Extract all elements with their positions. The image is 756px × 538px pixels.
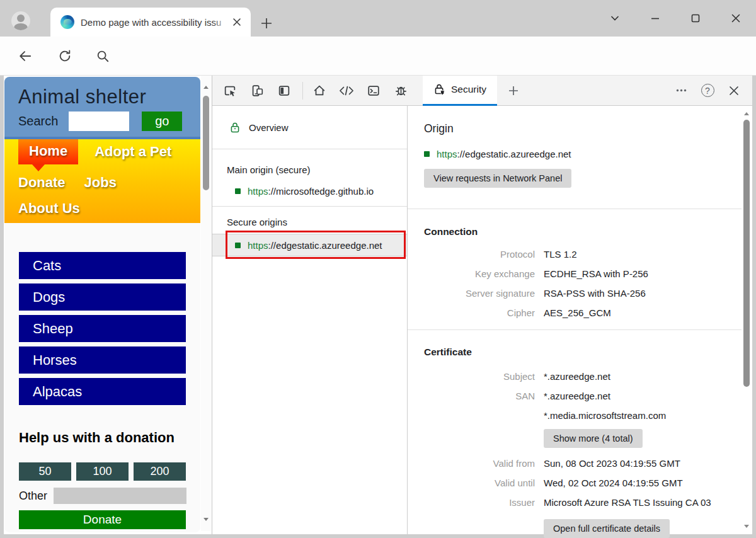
- sidebar-item-secure-origin-selected[interactable]: https://edgestatic.azureedge.net: [212, 234, 407, 256]
- row-label: Key exchange: [424, 264, 535, 283]
- scroll-down-icon[interactable]: [203, 516, 209, 522]
- device-emulation-icon[interactable]: [249, 83, 265, 98]
- site-header: Animal shelter Search go: [4, 77, 200, 139]
- browser-toolbar: microsoftedge.github.io/Demos/devtools-a…: [0, 37, 756, 76]
- edge-favicon-icon: [60, 15, 74, 29]
- sidebar-item-overview[interactable]: Overview: [212, 106, 407, 149]
- nav-link-jobs[interactable]: Jobs: [84, 175, 117, 191]
- search-label: Search: [18, 114, 58, 129]
- secure-bullet-icon: [235, 243, 241, 248]
- security-tab-label: Security: [451, 84, 486, 95]
- sidebar-item-main-origin[interactable]: https://microsoftedge.github.io: [212, 175, 407, 207]
- browser-tab[interactable]: Demo page with accessibility issu: [50, 8, 251, 37]
- open-certificate-details-button[interactable]: Open full certificate details: [544, 519, 670, 538]
- back-button[interactable]: [15, 46, 35, 66]
- row-value: ECDHE_RSA with P-256: [544, 264, 742, 283]
- row-label: Protocol: [424, 244, 535, 264]
- row-label: Subject: [424, 367, 535, 386]
- category-button-cats[interactable]: Cats: [19, 252, 186, 279]
- other-amount-label: Other: [19, 489, 47, 503]
- secure-origins-heading: Secure origins: [212, 207, 407, 227]
- view-requests-button[interactable]: View requests in Network Panel: [424, 169, 571, 188]
- nav-link-home[interactable]: Home: [18, 139, 78, 164]
- row-label: SAN: [424, 386, 535, 406]
- secure-lock-icon: [229, 122, 241, 134]
- window-controls: [595, 0, 756, 37]
- certificate-section-heading: Certificate: [424, 346, 742, 358]
- security-sidebar: Overview Main origin (secure) https://mi…: [212, 106, 408, 534]
- site-title: Animal shelter: [18, 86, 200, 108]
- devtools-help-icon[interactable]: ?: [697, 81, 718, 100]
- tab-close-icon[interactable]: [229, 14, 244, 30]
- toolbar-divider: [302, 82, 303, 100]
- overview-label: Overview: [249, 122, 289, 133]
- refresh-button[interactable]: [55, 46, 75, 66]
- row-value: RSA-PSS with SHA-256: [544, 283, 742, 303]
- main-origin-url: https://microsoftedge.github.io: [248, 186, 374, 197]
- devtools-scrollbar[interactable]: [742, 106, 752, 534]
- category-button-dogs[interactable]: Dogs: [19, 283, 186, 311]
- minimize-button[interactable]: [635, 4, 675, 32]
- other-amount-input[interactable]: [54, 488, 186, 504]
- row-label: Cipher: [424, 303, 535, 323]
- row-label: Issuer: [424, 493, 535, 512]
- nav-link-about-us[interactable]: About Us: [18, 200, 80, 217]
- site-search-input[interactable]: [69, 112, 129, 131]
- security-origin-view: Origin https://edgestatic.azureedge.net …: [408, 106, 752, 534]
- page-scrollbar[interactable]: [201, 76, 211, 531]
- devtools-more-options-icon[interactable]: [670, 81, 692, 100]
- page-viewport: Animal shelter Search go Home Adopt a Pe…: [4, 76, 212, 534]
- category-button-alpacas[interactable]: Alpacas: [19, 378, 186, 405]
- nav-link-adopt-a-pet[interactable]: Adopt a Pet: [94, 144, 171, 160]
- donation-amount-200-button[interactable]: 200: [134, 462, 186, 481]
- row-value: Sun, 08 Oct 2023 04:19:55 GMT: [544, 454, 742, 473]
- row-value: TLS 1.2: [544, 244, 742, 264]
- search-go-button[interactable]: go: [142, 112, 182, 131]
- secure-bullet-icon: [235, 188, 241, 194]
- row-label: Server signature: [424, 283, 535, 303]
- maximize-button[interactable]: [675, 4, 716, 32]
- nav-link-donate[interactable]: Donate: [18, 175, 66, 191]
- elements-tab-icon[interactable]: [339, 83, 354, 98]
- donation-amount-100-button[interactable]: 100: [76, 462, 129, 481]
- origin-section-heading: Origin: [424, 122, 742, 135]
- show-more-san-button[interactable]: Show more (4 total): [544, 429, 643, 448]
- main-origin-heading: Main origin (secure): [212, 149, 407, 175]
- console-tab-icon[interactable]: [366, 83, 381, 98]
- scroll-up-icon[interactable]: [203, 84, 209, 91]
- profile-avatar[interactable]: [8, 10, 34, 31]
- devtools-panel: Security ? Overview Main origin (secure): [212, 76, 752, 534]
- category-button-sheep[interactable]: Sheep: [19, 315, 186, 342]
- tab-actions-chevron-icon[interactable]: [595, 4, 635, 32]
- search-button[interactable]: [93, 46, 113, 66]
- donation-amount-50-button[interactable]: 50: [19, 462, 71, 481]
- security-lock-shield-icon: [433, 83, 445, 96]
- devtools-scrollbar-thumb[interactable]: [743, 120, 750, 387]
- row-label: Valid from: [424, 454, 535, 473]
- user-avatar-icon: [11, 11, 30, 30]
- debugger-bug-icon[interactable]: [393, 83, 408, 98]
- inspect-element-icon[interactable]: [222, 83, 238, 98]
- row-value: AES_256_GCM: [544, 303, 742, 323]
- secure-bullet-icon: [424, 151, 430, 157]
- browser-titlebar: Demo page with accessibility issu: [0, 0, 756, 37]
- scroll-up-icon[interactable]: [743, 111, 750, 117]
- page-scrollbar-thumb[interactable]: [203, 96, 209, 190]
- scroll-down-icon[interactable]: [743, 523, 750, 529]
- donation-heading: Help us with a donation: [19, 430, 200, 446]
- welcome-home-tab-icon[interactable]: [312, 83, 327, 98]
- row-value: *.azureedge.net: [544, 367, 742, 386]
- donate-button[interactable]: Donate: [19, 510, 186, 529]
- dock-side-icon[interactable]: [277, 83, 292, 98]
- animal-shelter-page: Animal shelter Search go Home Adopt a Pe…: [4, 77, 200, 532]
- row-label: Valid until: [424, 473, 535, 493]
- tab-security[interactable]: Security: [423, 76, 497, 106]
- secure-origin-url: https://edgestatic.azureedge.net: [248, 240, 382, 251]
- close-window-button[interactable]: [716, 4, 756, 32]
- connection-section-heading: Connection: [424, 226, 742, 238]
- row-value: Wed, 02 Oct 2024 04:19:55 GMT: [544, 473, 742, 493]
- new-tab-button[interactable]: [257, 14, 276, 33]
- category-button-horses[interactable]: Horses: [19, 346, 186, 374]
- devtools-close-icon[interactable]: [723, 81, 745, 100]
- more-tabs-plus-icon[interactable]: [506, 83, 521, 98]
